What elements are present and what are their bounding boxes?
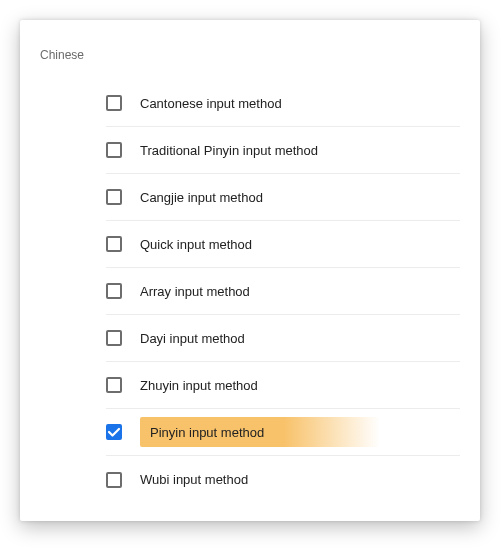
checkbox[interactable]: [106, 142, 122, 158]
checkbox-unchecked-icon: [106, 236, 122, 252]
checkbox-unchecked-icon: [106, 330, 122, 346]
list-item-label: Cangjie input method: [140, 190, 263, 205]
checkbox[interactable]: [106, 424, 122, 440]
list-item-label: Wubi input method: [140, 472, 248, 487]
list-item[interactable]: Cantonese input method: [106, 80, 460, 127]
list-item[interactable]: Pinyin input method: [106, 409, 460, 456]
list-item-label: Quick input method: [140, 237, 252, 252]
checkbox-checked-icon: [106, 424, 122, 440]
checkbox-unchecked-icon: [106, 95, 122, 111]
checkbox[interactable]: [106, 189, 122, 205]
list-item-label: Cantonese input method: [140, 96, 282, 111]
checkbox-unchecked-icon: [106, 283, 122, 299]
checkbox[interactable]: [106, 472, 122, 488]
checkbox-unchecked-icon: [106, 142, 122, 158]
list-item[interactable]: Zhuyin input method: [106, 362, 460, 409]
list-item[interactable]: Wubi input method: [106, 456, 460, 503]
input-method-list: Cantonese input methodTraditional Pinyin…: [20, 80, 480, 503]
list-item-label: Traditional Pinyin input method: [140, 143, 318, 158]
checkbox-unchecked-icon: [106, 189, 122, 205]
list-item-label: Zhuyin input method: [140, 378, 258, 393]
checkbox-unchecked-icon: [106, 472, 122, 488]
checkbox[interactable]: [106, 283, 122, 299]
checkbox[interactable]: [106, 377, 122, 393]
checkbox[interactable]: [106, 236, 122, 252]
list-item[interactable]: Traditional Pinyin input method: [106, 127, 460, 174]
list-item-label: Array input method: [140, 284, 250, 299]
checkbox[interactable]: [106, 330, 122, 346]
checkbox[interactable]: [106, 95, 122, 111]
list-item[interactable]: Dayi input method: [106, 315, 460, 362]
list-item[interactable]: Quick input method: [106, 221, 460, 268]
section-label: Chinese: [20, 48, 480, 80]
list-item[interactable]: Cangjie input method: [106, 174, 460, 221]
checkbox-unchecked-icon: [106, 377, 122, 393]
input-method-card: Chinese Cantonese input methodTraditiona…: [20, 20, 480, 521]
list-item[interactable]: Array input method: [106, 268, 460, 315]
list-item-label: Pinyin input method: [140, 425, 264, 440]
list-item-label: Dayi input method: [140, 331, 245, 346]
